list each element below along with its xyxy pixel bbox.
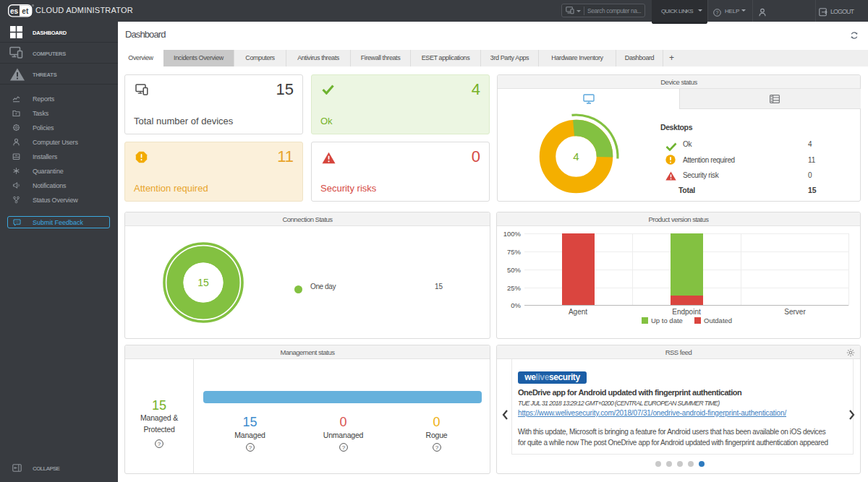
svg-text:Server: Server — [784, 308, 806, 316]
svg-text:Outdated: Outdated — [704, 317, 732, 324]
svg-text:75%: 75% — [507, 248, 522, 256]
svg-text:4: 4 — [573, 150, 579, 163]
svg-text:et: et — [22, 7, 29, 15]
svg-text:Agent: Agent — [569, 308, 587, 316]
svg-text:?: ? — [248, 444, 252, 451]
svg-text:?: ? — [716, 10, 719, 15]
svg-text:0%: 0% — [511, 301, 521, 309]
svg-text:50%: 50% — [507, 266, 522, 274]
svg-text:Endpoint: Endpoint — [672, 308, 701, 316]
svg-text:15: 15 — [197, 277, 209, 288]
svg-text:100%: 100% — [503, 230, 522, 238]
svg-text:Up to date: Up to date — [651, 317, 683, 324]
svg-text:?: ? — [341, 444, 345, 451]
svg-text:?: ? — [435, 444, 438, 451]
svg-text:?: ? — [158, 441, 161, 447]
svg-text:es: es — [10, 7, 19, 15]
svg-text:25%: 25% — [507, 284, 522, 292]
